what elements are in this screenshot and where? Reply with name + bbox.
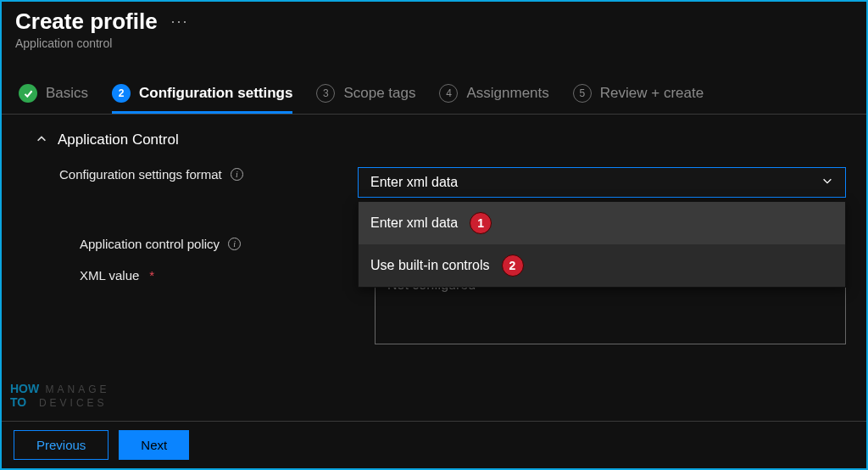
page-title: Create profile: [15, 8, 158, 35]
tab-label: Review + create: [600, 85, 704, 102]
step-number-icon: 4: [439, 84, 458, 103]
tab-assignments[interactable]: 4 Assignments: [439, 84, 548, 114]
label-xml-value: XML value: [80, 268, 139, 283]
required-indicator: *: [149, 268, 154, 283]
step-number-icon: 5: [573, 84, 592, 103]
tab-label: Assignments: [466, 85, 548, 102]
tab-label: Configuration settings: [139, 85, 292, 102]
chevron-up-icon: [36, 133, 47, 148]
label-config-format: Configuration settings format: [59, 167, 222, 182]
page-subtitle: Application control: [15, 36, 853, 50]
next-button[interactable]: Next: [119, 430, 189, 460]
info-icon[interactable]: i: [231, 168, 243, 181]
chevron-down-icon: [821, 175, 833, 190]
tab-scope-tags[interactable]: 3 Scope tags: [316, 84, 415, 114]
option-label: Use built-in controls: [370, 258, 490, 273]
watermark-logo: HOW MANAGE TO DEVICES: [10, 383, 110, 409]
previous-button[interactable]: Previous: [14, 430, 108, 460]
dropdown-option-enter-xml[interactable]: Enter xml data 1: [359, 202, 845, 244]
wizard-footer: Previous Next: [2, 421, 866, 468]
check-icon: [19, 84, 37, 103]
step-number-icon: 3: [316, 84, 335, 103]
select-config-format[interactable]: Enter xml data: [358, 167, 846, 198]
wizard-tabs: Basics 2 Configuration settings 3 Scope …: [2, 53, 866, 115]
annotation-badge: 1: [470, 212, 492, 234]
tab-review-create[interactable]: 5 Review + create: [573, 84, 704, 114]
tab-configuration-settings[interactable]: 2 Configuration settings: [112, 84, 292, 114]
label-app-control-policy: Application control policy: [80, 237, 220, 251]
tab-label: Basics: [46, 85, 88, 102]
annotation-badge: 2: [502, 255, 524, 277]
step-number-icon: 2: [112, 84, 131, 103]
more-icon[interactable]: ···: [171, 13, 189, 31]
dropdown-option-builtin[interactable]: Use built-in controls 2: [359, 244, 845, 287]
option-label: Enter xml data: [370, 215, 458, 231]
section-title: Application Control: [58, 131, 179, 148]
tab-label: Scope tags: [343, 85, 415, 102]
info-icon[interactable]: i: [228, 238, 241, 250]
section-toggle-application-control[interactable]: Application Control: [36, 131, 846, 148]
select-value: Enter xml data: [370, 175, 458, 190]
tab-basics[interactable]: Basics: [19, 84, 88, 114]
dropdown-config-format: Enter xml data 1 Use built-in controls 2: [358, 201, 846, 288]
